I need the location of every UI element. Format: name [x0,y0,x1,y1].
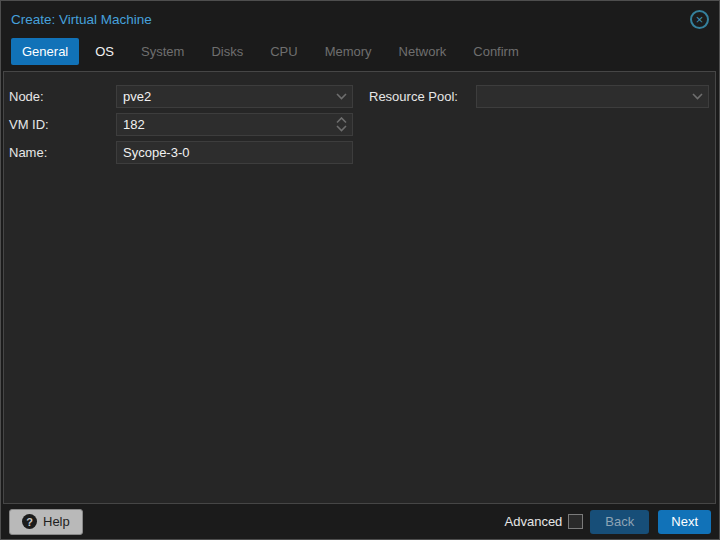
next-button[interactable]: Next [658,510,711,534]
name-input[interactable] [117,145,352,160]
name-label: Name: [9,141,116,164]
create-vm-dialog: Create: Virtual Machine × General OS Sys… [0,0,720,540]
node-combo [116,85,353,108]
vmid-spinner-field [116,113,353,136]
form-row-2: VM ID: [9,113,715,136]
form-row-1: Node: Resource Pool: [9,85,715,108]
tab-general[interactable]: General [11,38,79,65]
name-text-field [116,141,353,164]
tab-disks: Disks [200,38,254,65]
back-button: Back [590,510,649,534]
dialog-titlebar: Create: Virtual Machine × [1,1,719,37]
tab-cpu: CPU [259,38,308,65]
advanced-label: Advanced [505,514,563,529]
chevron-down-icon[interactable] [686,86,708,107]
tab-confirm: Confirm [462,38,530,65]
vmid-input[interactable] [117,117,330,132]
wizard-tabs: General OS System Disks CPU Memory Netwo… [1,37,719,71]
general-tab-panel: Node: Resource Pool: [3,71,716,504]
advanced-checkbox[interactable] [568,514,583,529]
vmid-field-group: VM ID: [9,113,353,136]
close-icon[interactable]: × [690,10,709,29]
tab-os[interactable]: OS [84,38,125,65]
resource-pool-input[interactable] [477,89,686,104]
chevron-down-icon[interactable] [330,86,352,107]
help-question-icon: ? [22,514,37,529]
pool-field-group: Resource Pool: [369,85,709,108]
spinner-up-down-icon[interactable] [330,114,352,135]
node-field-group: Node: [9,85,353,108]
help-button-label: Help [43,514,70,529]
dialog-title: Create: Virtual Machine [11,12,152,27]
vmid-label: VM ID: [9,113,116,136]
node-input[interactable] [117,89,330,104]
tab-memory: Memory [314,38,383,65]
general-form: Node: Resource Pool: [4,72,715,164]
tab-network: Network [388,38,458,65]
help-button[interactable]: ? Help [9,509,83,535]
form-row-3: Name: [9,141,715,164]
dialog-footer: ? Help Advanced Back Next [1,504,719,539]
tab-system: System [130,38,195,65]
resource-pool-label: Resource Pool: [369,85,476,108]
resource-pool-combo [476,85,709,108]
name-field-group: Name: [9,141,353,164]
node-label: Node: [9,85,116,108]
